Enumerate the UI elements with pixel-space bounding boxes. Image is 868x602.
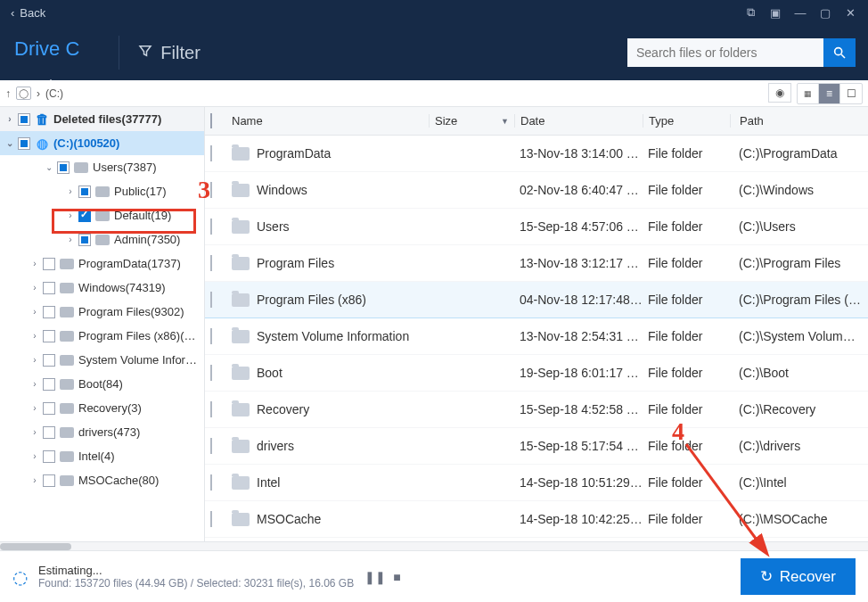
chevron-icon[interactable]: ⌄ <box>43 162 55 172</box>
breadcrumb[interactable]: (C:) <box>45 87 63 100</box>
back-button[interactable]: ‹ Back <box>5 6 51 20</box>
chevron-icon[interactable]: › <box>29 475 41 485</box>
folder-icon <box>60 307 74 317</box>
tree-item[interactable]: › Windows(74319) <box>0 276 204 300</box>
row-checkbox[interactable] <box>210 328 212 344</box>
row-checkbox[interactable] <box>210 401 212 417</box>
filter-button[interactable]: Filter <box>137 43 200 63</box>
checkbox[interactable] <box>43 306 55 318</box>
drive-tab[interactable]: Drive C <box>12 30 101 75</box>
row-checkbox[interactable] <box>210 145 212 161</box>
row-checkbox[interactable] <box>210 182 212 198</box>
checkbox[interactable] <box>43 354 55 367</box>
view-list-button[interactable]: ≡ <box>819 84 840 103</box>
tree-item[interactable]: ⌄ Users(7387) <box>0 155 204 179</box>
chevron-icon[interactable]: › <box>29 403 41 413</box>
checkbox[interactable] <box>43 378 55 391</box>
chevron-icon[interactable]: › <box>64 210 77 220</box>
chevron-right-icon[interactable]: › <box>4 114 16 124</box>
checkbox[interactable] <box>43 258 55 270</box>
chevron-icon[interactable]: › <box>64 186 77 196</box>
chevron-icon[interactable]: › <box>64 235 77 244</box>
checkbox[interactable] <box>78 210 91 222</box>
row-checkbox[interactable] <box>210 365 212 381</box>
column-type[interactable]: Type <box>643 114 730 128</box>
scrollbar-horizontal[interactable] <box>0 541 868 550</box>
chevron-down-icon[interactable]: ⌄ <box>4 138 16 148</box>
table-row[interactable]: Boot 19-Sep-18 6:01:17 … File folder (C:… <box>205 355 868 392</box>
table-row[interactable]: System Volume Information 13-Nov-18 2:54… <box>205 318 868 355</box>
view-grid-button[interactable]: ▦ <box>798 84 819 103</box>
checkbox[interactable] <box>43 402 55 415</box>
tree-item[interactable]: › Admin(7350) <box>0 227 204 252</box>
checkbox[interactable] <box>43 474 55 487</box>
column-name[interactable]: Name <box>225 114 429 128</box>
checkbox[interactable] <box>43 282 55 294</box>
tree-item[interactable]: › Default(19) <box>0 203 204 227</box>
table-row[interactable]: Windows 02-Nov-18 6:40:47 … File folder … <box>205 172 868 209</box>
search-button[interactable] <box>823 38 856 67</box>
close-button[interactable]: ✕ <box>838 1 863 24</box>
pause-button[interactable]: ❚❚ <box>364 570 386 584</box>
checkbox[interactable] <box>57 161 70 174</box>
recover-button[interactable]: ↻ Recover <box>741 558 856 595</box>
restore-window-icon[interactable]: ⧉ <box>738 1 763 24</box>
tree-item[interactable]: › Intel(4) <box>0 444 204 468</box>
checkbox[interactable] <box>43 450 55 463</box>
search-input[interactable] <box>627 38 823 67</box>
user-icon[interactable]: ◯ <box>16 87 31 100</box>
tree-item[interactable]: › drivers(473) <box>0 420 204 444</box>
tree-item[interactable]: › Public(17) <box>0 179 204 203</box>
row-checkbox[interactable] <box>210 219 212 235</box>
column-date[interactable]: Date <box>514 114 643 128</box>
tree-item[interactable]: › Program Files(9302) <box>0 300 204 324</box>
checkbox[interactable] <box>78 234 91 246</box>
row-checkbox[interactable] <box>210 292 212 308</box>
checkbox[interactable] <box>43 330 55 342</box>
checkbox[interactable] <box>18 113 30 126</box>
checkbox[interactable] <box>18 137 30 150</box>
table-row[interactable]: drivers 15-Sep-18 5:17:54 … File folder … <box>205 428 868 465</box>
tree-item[interactable]: › Boot(84) <box>0 372 204 396</box>
tree-item[interactable]: › System Volume Information <box>0 348 204 372</box>
table-row[interactable]: ProgramData 13-Nov-18 3:14:00 … File fol… <box>205 136 868 172</box>
minimize-button[interactable]: — <box>788 1 813 24</box>
chevron-icon[interactable]: › <box>29 331 41 341</box>
chevron-icon[interactable]: › <box>29 259 41 268</box>
chevron-icon[interactable]: › <box>29 283 41 293</box>
column-path[interactable]: Path <box>730 114 868 128</box>
tree-drive-c[interactable]: ⌄ ◍ (C:)(100520) <box>0 131 204 155</box>
table-row[interactable]: Program Files 13-Nov-18 3:12:17 … File f… <box>205 245 868 282</box>
column-size[interactable]: Size▼ <box>429 114 514 128</box>
tree-item[interactable]: › MSOCache(80) <box>0 468 204 492</box>
file-type: File folder <box>643 293 730 307</box>
chevron-icon[interactable]: › <box>29 451 41 461</box>
tree-item[interactable]: › Recovery(3) <box>0 396 204 420</box>
table-row[interactable]: Recovery 15-Sep-18 4:52:58 … File folder… <box>205 392 868 428</box>
table-row[interactable]: Program Files (x86) 04-Nov-18 12:17:48… … <box>205 282 868 318</box>
chevron-icon[interactable]: › <box>29 307 41 317</box>
checkbox[interactable] <box>78 186 91 198</box>
table-row[interactable]: Intel 14-Sep-18 10:51:29… File folder (C… <box>205 465 868 501</box>
chevron-icon[interactable]: › <box>29 427 41 437</box>
up-arrow-icon[interactable]: ↑ <box>5 87 11 100</box>
preview-button[interactable]: ◉ <box>768 83 791 103</box>
secondary-icon[interactable]: ▣ <box>763 1 788 24</box>
chevron-icon[interactable]: › <box>29 379 41 389</box>
header-checkbox[interactable] <box>210 113 212 128</box>
tree-item[interactable]: › ProgramData(1737) <box>0 252 204 276</box>
chevron-icon[interactable]: › <box>29 355 41 365</box>
view-detail-button[interactable]: ☐ <box>840 84 862 103</box>
maximize-button[interactable]: ▢ <box>813 1 838 24</box>
table-row[interactable]: Users 15-Sep-18 4:57:06 … File folder (C… <box>205 209 868 245</box>
row-checkbox[interactable] <box>210 438 212 454</box>
row-checkbox[interactable] <box>210 474 212 491</box>
row-checkbox[interactable] <box>210 511 212 527</box>
folder-icon <box>60 427 74 438</box>
row-checkbox[interactable] <box>210 255 212 271</box>
tree-item[interactable]: › Program Files (x86)(6802) <box>0 324 204 348</box>
stop-button[interactable]: ■ <box>393 570 400 584</box>
table-row[interactable]: MSOCache 14-Sep-18 10:42:25… File folder… <box>205 501 868 538</box>
checkbox[interactable] <box>43 426 55 439</box>
tree-deleted-files[interactable]: › 🗑 Deleted files(37777) <box>0 107 204 131</box>
